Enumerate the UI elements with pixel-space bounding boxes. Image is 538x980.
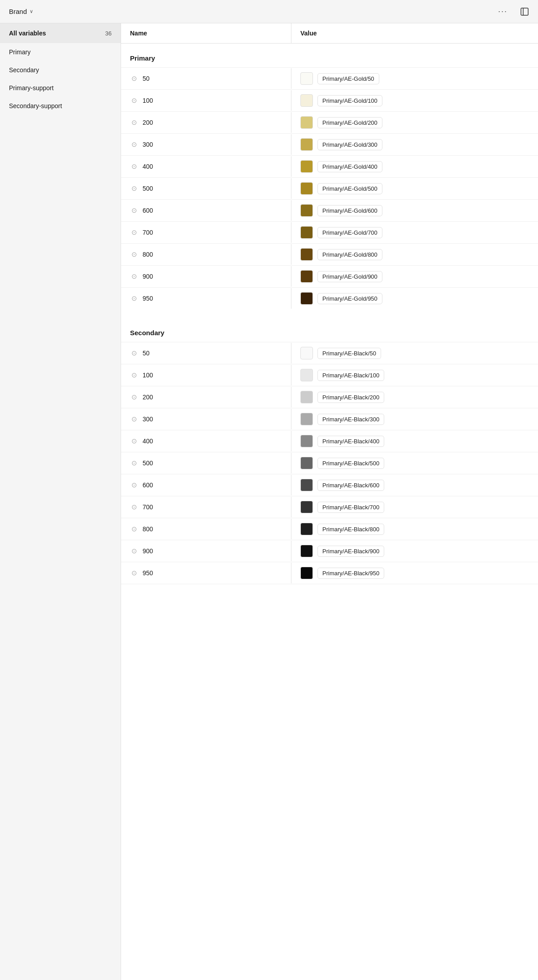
brand-title[interactable]: Brand ∨ <box>9 8 33 15</box>
value-label: Primary/AE-Black/300 <box>317 414 384 425</box>
color-swatch <box>300 369 313 381</box>
palette-icon: ⊙ <box>130 206 138 214</box>
sidebar-item-secondary[interactable]: Secondary <box>0 61 121 79</box>
value-label: Primary/AE-Black/600 <box>317 480 384 491</box>
palette-icon: ⊙ <box>130 525 138 533</box>
color-swatch <box>300 204 313 217</box>
secondary-row-400[interactable]: ⊙ 400 Primary/AE-Black/400 <box>121 430 538 452</box>
secondary-row-600[interactable]: ⊙ 600 Primary/AE-Black/600 <box>121 474 538 496</box>
all-variables-count: 36 <box>105 30 112 37</box>
palette-icon: ⊙ <box>130 547 138 555</box>
var-name: 600 <box>143 481 153 489</box>
main-content: Name Value Primary ⊙ 50 Primary/AE-Gold/… <box>121 23 538 980</box>
value-label: Primary/AE-Black/800 <box>317 524 384 535</box>
value-label: Primary/AE-Black/50 <box>317 348 381 359</box>
var-name: 700 <box>143 229 153 236</box>
var-name: 950 <box>143 295 153 302</box>
primary-row-600[interactable]: ⊙ 600 Primary/AE-Gold/600 <box>121 199 538 221</box>
secondary-row-100[interactable]: ⊙ 100 Primary/AE-Black/100 <box>121 364 538 386</box>
value-label: Primary/AE-Gold/900 <box>317 271 382 282</box>
primary-row-500[interactable]: ⊙ 500 Primary/AE-Gold/500 <box>121 177 538 199</box>
value-label: Primary/AE-Gold/300 <box>317 139 382 150</box>
secondary-row-300[interactable]: ⊙ 300 Primary/AE-Black/300 <box>121 408 538 430</box>
palette-icon: ⊙ <box>130 437 138 445</box>
primary-section-heading: Primary <box>121 44 538 67</box>
var-name: 400 <box>143 163 153 170</box>
secondary-row-200[interactable]: ⊙ 200 Primary/AE-Black/200 <box>121 386 538 408</box>
color-swatch <box>300 435 313 447</box>
value-label: Primary/AE-Gold/400 <box>317 161 382 172</box>
palette-icon: ⊙ <box>130 459 138 467</box>
color-swatch <box>300 523 313 535</box>
main-layout: All variables 36 Primary Secondary Prima… <box>0 23 538 980</box>
primary-row-800[interactable]: ⊙ 800 Primary/AE-Gold/800 <box>121 243 538 265</box>
var-name: 100 <box>143 372 153 379</box>
color-swatch <box>300 413 313 425</box>
palette-icon: ⊙ <box>130 272 138 280</box>
secondary-row-800[interactable]: ⊙ 800 Primary/AE-Black/800 <box>121 518 538 540</box>
var-name: 300 <box>143 141 153 148</box>
var-name: 500 <box>143 185 153 192</box>
var-name: 500 <box>143 459 153 467</box>
primary-row-700[interactable]: ⊙ 700 Primary/AE-Gold/700 <box>121 221 538 243</box>
primary-row-900[interactable]: ⊙ 900 Primary/AE-Gold/900 <box>121 265 538 287</box>
var-name: 50 <box>143 350 150 357</box>
secondary-row-50[interactable]: ⊙ 50 Primary/AE-Black/50 <box>121 342 538 364</box>
var-name: 800 <box>143 251 153 258</box>
value-label: Primary/AE-Black/900 <box>317 546 384 557</box>
primary-row-100[interactable]: ⊙ 100 Primary/AE-Gold/100 <box>121 89 538 111</box>
var-name: 950 <box>143 569 153 577</box>
secondary-row-900[interactable]: ⊙ 900 Primary/AE-Black/900 <box>121 540 538 562</box>
value-label: Primary/AE-Gold/100 <box>317 95 382 106</box>
var-name: 400 <box>143 438 153 445</box>
value-label: Primary/AE-Black/100 <box>317 370 384 381</box>
chevron-down-icon: ∨ <box>30 9 33 14</box>
all-variables-label: All variables <box>9 30 46 37</box>
primary-row-200[interactable]: ⊙ 200 Primary/AE-Gold/200 <box>121 111 538 133</box>
panel-toggle-button[interactable] <box>520 7 529 16</box>
primary-row-400[interactable]: ⊙ 400 Primary/AE-Gold/400 <box>121 155 538 177</box>
sidebar-all-variables[interactable]: All variables 36 <box>0 23 121 43</box>
palette-icon: ⊙ <box>130 481 138 489</box>
palette-icon: ⊙ <box>130 250 138 258</box>
palette-icon: ⊙ <box>130 415 138 423</box>
color-swatch <box>300 72 313 85</box>
secondary-row-700[interactable]: ⊙ 700 Primary/AE-Black/700 <box>121 496 538 518</box>
col-value-header: Value <box>291 23 538 43</box>
sidebar-item-secondary-support[interactable]: Secondary-support <box>0 97 121 115</box>
table-header: Name Value <box>121 23 538 44</box>
more-options-button[interactable]: ··· <box>498 7 508 16</box>
color-swatch <box>300 160 313 173</box>
color-swatch <box>300 116 313 129</box>
value-label: Primary/AE-Gold/500 <box>317 183 382 194</box>
secondary-row-500[interactable]: ⊙ 500 Primary/AE-Black/500 <box>121 452 538 474</box>
var-name: 200 <box>143 119 153 126</box>
palette-icon: ⊙ <box>130 184 138 192</box>
color-swatch <box>300 545 313 557</box>
color-swatch <box>300 182 313 195</box>
var-name: 50 <box>143 75 150 82</box>
color-swatch <box>300 567 313 579</box>
primary-row-950[interactable]: ⊙ 950 Primary/AE-Gold/950 <box>121 287 538 309</box>
palette-icon: ⊙ <box>130 503 138 511</box>
secondary-row-950[interactable]: ⊙ 950 Primary/AE-Black/950 <box>121 562 538 584</box>
primary-row-300[interactable]: ⊙ 300 Primary/AE-Gold/300 <box>121 133 538 155</box>
palette-icon: ⊙ <box>130 162 138 171</box>
value-label: Primary/AE-Gold/600 <box>317 205 382 216</box>
palette-icon: ⊙ <box>130 118 138 127</box>
sidebar-item-primary[interactable]: Primary <box>0 43 121 61</box>
palette-icon: ⊙ <box>130 371 138 379</box>
value-label: Primary/AE-Black/400 <box>317 436 384 447</box>
color-swatch <box>300 292 313 305</box>
color-swatch <box>300 501 313 513</box>
sidebar-item-primary-support[interactable]: Primary-support <box>0 79 121 97</box>
var-name: 700 <box>143 503 153 511</box>
primary-row-50[interactable]: ⊙ 50 Primary/AE-Gold/50 <box>121 67 538 89</box>
color-swatch <box>300 270 313 283</box>
value-label: Primary/AE-Black/500 <box>317 458 384 469</box>
value-label: Primary/AE-Gold/200 <box>317 117 382 128</box>
secondary-section-heading: Secondary <box>121 318 538 342</box>
value-label: Primary/AE-Gold/50 <box>317 73 379 84</box>
value-label: Primary/AE-Gold/800 <box>317 249 382 260</box>
color-swatch <box>300 226 313 239</box>
